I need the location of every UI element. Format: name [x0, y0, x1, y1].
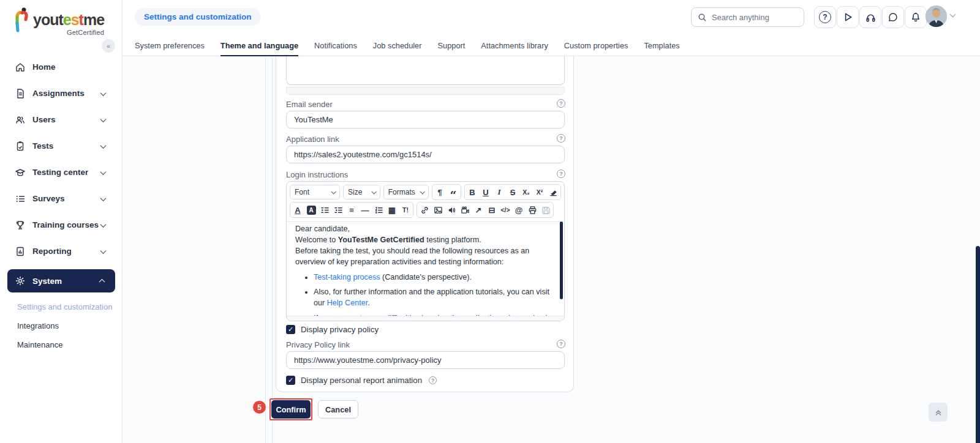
link-icon[interactable] — [418, 203, 431, 217]
page-break-button[interactable]: ⊟ — [485, 203, 499, 217]
background-color-button[interactable]: A — [304, 203, 318, 217]
info-icon[interactable]: ? — [557, 134, 565, 143]
sidebar: youtestme GetCertified « Home Assignment… — [0, 0, 123, 443]
video-icon[interactable] — [458, 203, 472, 217]
privacy-policy-checkbox[interactable]: ✓ — [286, 325, 295, 334]
tests-icon — [15, 141, 26, 152]
clear-formatting-icon[interactable] — [546, 185, 560, 199]
sidebar-subitem-integrations[interactable]: Integrations — [0, 316, 123, 335]
sidebar-item-home[interactable]: Home — [0, 54, 123, 80]
align-button[interactable]: ≡ — [345, 203, 358, 217]
indent-icon[interactable] — [331, 203, 345, 217]
bold-text: YouTestMe GetCertified — [338, 236, 424, 244]
report-animation-checkbox-label: Display personal report animation — [301, 376, 422, 385]
sidebar-subitem-maintenance[interactable]: Maintenance — [0, 335, 123, 354]
tab-attachments-library[interactable]: Attachments library — [481, 35, 548, 56]
cancel-button[interactable]: Cancel — [318, 400, 358, 419]
help-center-link[interactable]: Help Center — [327, 299, 368, 307]
editor-statusbar — [287, 316, 564, 321]
content-divider — [265, 56, 266, 443]
sidebar-item-assignments[interactable]: Assignments — [0, 80, 123, 106]
application-link-field[interactable] — [286, 146, 565, 163]
print-icon[interactable] — [526, 203, 539, 217]
sidebar-item-training-courses[interactable]: Training courses — [0, 212, 123, 238]
paragraph-button[interactable]: ¶ — [433, 185, 447, 199]
sidebar-item-reporting[interactable]: Reporting — [0, 238, 123, 264]
blockquote-button[interactable]: “ — [447, 185, 460, 199]
underline-button[interactable]: U — [479, 185, 492, 199]
sidebar-item-testing-center[interactable]: Testing center — [0, 159, 123, 185]
settings-tabbar: System preferences Theme and language No… — [123, 35, 980, 56]
info-icon[interactable]: ? — [557, 169, 565, 178]
fullscreen-button[interactable]: ↗ — [472, 203, 485, 217]
audio-icon[interactable] — [445, 203, 458, 217]
tab-system-preferences[interactable]: System preferences — [135, 35, 205, 56]
sidebar-subitem-settings-and-customization[interactable]: Settings and customization — [0, 297, 123, 316]
login-instructions-label: Login instructions — [286, 170, 348, 179]
notifications-button[interactable] — [905, 6, 927, 28]
test-taking-process-link[interactable]: Test-taking process — [314, 273, 380, 281]
sidebar-item-users[interactable]: Users — [0, 106, 123, 133]
chat-button[interactable] — [882, 6, 904, 28]
bold-button[interactable]: B — [466, 185, 479, 199]
formats-dropdown[interactable]: Formats — [383, 185, 429, 199]
breadcrumb[interactable]: Settings and customization — [135, 8, 261, 26]
chevron-up-icon — [99, 279, 105, 285]
video-tutorials-button[interactable] — [837, 6, 859, 28]
tab-notifications[interactable]: Notifications — [314, 35, 357, 56]
code-button[interactable]: </> — [499, 203, 512, 217]
list-item: Test-taking process (Candidate's perspec… — [314, 272, 554, 283]
outdent-icon[interactable] — [318, 203, 331, 217]
chevron-down-icon — [100, 195, 107, 201]
avatar[interactable] — [925, 6, 947, 27]
italic-button[interactable]: I — [492, 185, 506, 199]
editor-content[interactable]: Dear candidate, Welcome to YouTestMe Get… — [287, 218, 564, 316]
tab-custom-properties[interactable]: Custom properties — [564, 35, 628, 56]
text-color-button[interactable]: A — [291, 203, 304, 217]
tab-theme-and-language[interactable]: Theme and language — [221, 35, 298, 56]
table-button[interactable]: ▦ — [385, 203, 399, 217]
image-icon[interactable] — [431, 203, 445, 217]
info-icon[interactable]: ? — [557, 99, 565, 108]
chevron-down-icon — [100, 169, 107, 175]
superscript-button[interactable]: X² — [533, 185, 546, 199]
report-chart-icon — [15, 246, 26, 257]
privacy-policy-link-field[interactable] — [286, 351, 565, 369]
confirm-button[interactable]: Confirm — [271, 400, 311, 419]
support-button[interactable] — [859, 6, 881, 28]
strikethrough-button[interactable]: S — [506, 185, 519, 199]
subscript-button[interactable]: X₂ — [519, 185, 533, 199]
chevron-down-icon — [331, 189, 336, 194]
tab-support[interactable]: Support — [438, 35, 466, 56]
avatar-menu-caret[interactable] — [950, 12, 956, 18]
theme-form-panel: Email sender ? Application link ? Login … — [276, 56, 574, 392]
help-button[interactable]: ? — [814, 6, 836, 28]
bell-icon — [910, 12, 921, 23]
content-divider — [272, 56, 273, 443]
sidebar-item-system[interactable]: System — [7, 269, 115, 292]
tab-templates[interactable]: Templates — [644, 35, 679, 56]
size-dropdown[interactable]: Size — [343, 185, 380, 199]
email-sender-field[interactable] — [286, 111, 565, 128]
find-replace-button[interactable]: @ — [512, 203, 526, 217]
report-animation-checkbox[interactable]: ✓ — [286, 376, 295, 385]
search-input[interactable] — [712, 13, 797, 22]
text-pattern-button[interactable]: T! — [399, 203, 412, 217]
font-dropdown[interactable]: Font — [290, 185, 340, 199]
top-header: Settings and customization ? — [123, 0, 980, 35]
cutoff-textarea[interactable] — [286, 56, 565, 85]
search-box — [691, 7, 804, 27]
horizontal-rule-button[interactable]: — — [358, 203, 372, 217]
editor-scrollbar[interactable] — [560, 222, 563, 299]
info-icon[interactable]: ? — [429, 376, 437, 384]
scroll-to-top-button[interactable] — [929, 403, 948, 422]
sidebar-item-tests[interactable]: Tests — [0, 133, 123, 159]
sidebar-collapse-button[interactable]: « — [102, 39, 115, 53]
info-icon[interactable]: ? — [557, 340, 565, 348]
page-scrollbar[interactable] — [976, 246, 980, 443]
tab-job-scheduler[interactable]: Job scheduler — [373, 35, 422, 56]
sidebar-item-surveys[interactable]: Surveys — [0, 185, 123, 212]
numbered-list-icon[interactable] — [372, 203, 385, 217]
display-privacy-policy-row: ✓ Display privacy policy — [286, 325, 379, 334]
brand-name: youtestme — [33, 12, 104, 28]
